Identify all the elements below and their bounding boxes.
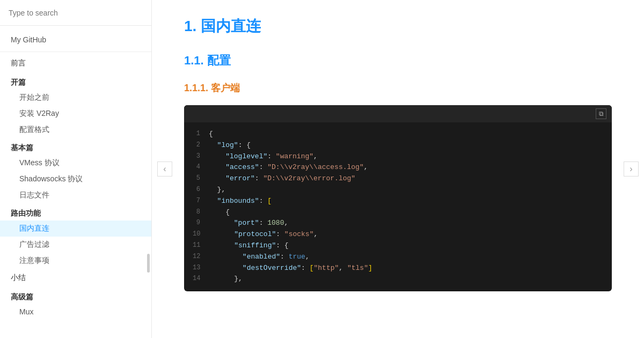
code-line-2: 2 "log": {	[184, 140, 612, 151]
sidebar-item-peizhi[interactable]: 配置格式	[0, 122, 151, 138]
sidebar-scroll-thumb	[147, 254, 150, 273]
code-line-8: 8 {	[184, 207, 612, 218]
sidebar-group-gaoji: 高级篇	[0, 287, 151, 304]
code-line-11: 11 "sniffing": {	[184, 240, 612, 252]
sidebar-group-jiben: 基本篇	[0, 138, 151, 155]
copy-button[interactable]	[596, 108, 606, 119]
code-line-14: 14 },	[184, 274, 612, 285]
sidebar-item-guanggao[interactable]: 广告过滤	[0, 237, 151, 253]
sidebar-item-rizhi[interactable]: 日志文件	[0, 187, 151, 203]
sidebar-item-github[interactable]: My GitHub	[0, 30, 151, 49]
code-line-7: 7 "inbounds": [	[184, 196, 612, 207]
sidebar: My GitHub 前言 开篇 开始之前 安装 V2Ray 配置格式 基本篇 V…	[0, 0, 152, 338]
code-line-1: 1 {	[184, 129, 612, 140]
page-title: 1. 国内直连	[184, 16, 612, 36]
code-line-12: 12 "enabled": true,	[184, 252, 612, 263]
search-bar[interactable]	[0, 0, 151, 26]
sidebar-item-zhuyishi[interactable]: 注意事项	[0, 253, 151, 269]
code-line-10: 10 "protocol": "socks",	[184, 229, 612, 240]
code-line-6: 6 },	[184, 185, 612, 196]
sidebar-item-anzhuang[interactable]: 安装 V2Ray	[0, 106, 151, 122]
search-input[interactable]	[9, 9, 143, 17]
main-content: ‹ › 1. 国内直连 1.1. 配置 1.1.1. 客户端 1 { 2 "lo…	[152, 0, 644, 338]
sidebar-item-qianyan[interactable]: 前言	[0, 54, 151, 72]
code-block: 1 { 2 "log": { 3 "loglevel": "warning", …	[184, 105, 612, 291]
divider	[0, 52, 151, 52]
code-line-13: 13 "destOverride": ["http", "tls"]	[184, 263, 612, 274]
sidebar-group-kaipian: 开篇	[0, 72, 151, 90]
code-line-9: 9 "port": 1080,	[184, 218, 612, 229]
sidebar-group-luyou: 路由功能	[0, 203, 151, 221]
sidebar-item-vmess[interactable]: VMess 协议	[0, 155, 151, 171]
sidebar-item-xiaojie[interactable]: 小结	[0, 269, 151, 287]
section-title: 1.1. 配置	[184, 53, 612, 69]
code-line-3: 3 "loglevel": "warning",	[184, 151, 612, 163]
sidebar-item-guonei[interactable]: 国内直连	[0, 221, 151, 237]
sidebar-item-mux[interactable]: Mux	[0, 304, 151, 319]
code-block-header	[184, 105, 612, 122]
nav-section: My GitHub 前言 开篇 开始之前 安装 V2Ray 配置格式 基本篇 V…	[0, 26, 151, 324]
code-lines: 1 { 2 "log": { 3 "loglevel": "warning", …	[184, 122, 612, 291]
sidebar-item-kaishi[interactable]: 开始之前	[0, 90, 151, 106]
sidebar-item-shadowsocks[interactable]: Shadowsocks 协议	[0, 171, 151, 187]
code-line-5: 5 "error": "D:\\v2ray\\error.log"	[184, 173, 612, 185]
subsection-title: 1.1.1. 客户端	[184, 82, 612, 94]
next-page-button[interactable]: ›	[624, 161, 639, 177]
prev-page-button[interactable]: ‹	[157, 161, 172, 177]
code-line-4: 4 "access": "D:\\v2ray\\access.log",	[184, 162, 612, 173]
